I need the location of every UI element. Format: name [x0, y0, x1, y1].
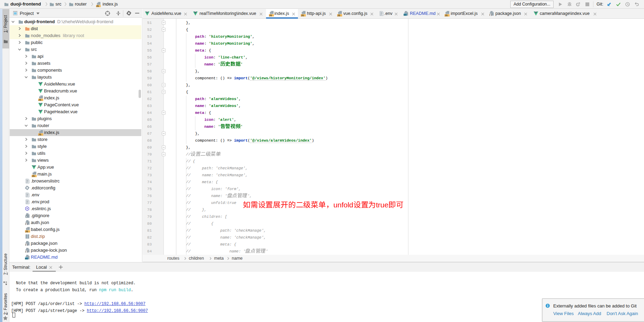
svg-text:{}: {} — [25, 223, 28, 225]
svg-text:JS: JS — [96, 5, 99, 7]
svg-text:JS: JS — [38, 99, 42, 101]
svg-text:JS: JS — [445, 14, 448, 17]
svg-text:{}: {} — [489, 14, 492, 16]
svg-text:JS: JS — [337, 14, 341, 17]
svg-text:JS: JS — [269, 14, 272, 17]
svg-text:{}: {} — [25, 250, 28, 253]
svg-text:JS: JS — [301, 14, 304, 17]
svg-text:JS: JS — [38, 133, 42, 136]
svg-text:JS: JS — [25, 230, 28, 233]
svg-text:MD: MD — [25, 258, 28, 260]
svg-text:MD: MD — [404, 14, 407, 16]
svg-text:{}: {} — [25, 243, 28, 246]
svg-text:JS: JS — [32, 175, 35, 177]
